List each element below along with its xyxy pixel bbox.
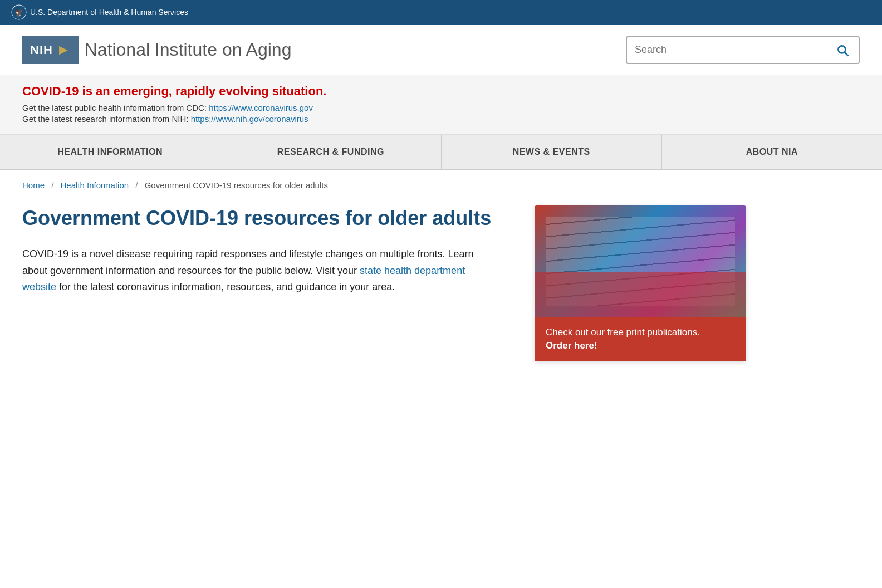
government-topbar: 🦅 U.S. Department of Health & Human Serv… (0, 0, 882, 24)
logo-area: NIH ► National Institute on Aging (22, 36, 291, 64)
sidebar-promo: Check out our free print publications. O… (535, 205, 746, 361)
hhs-logo: 🦅 U.S. Department of Health & Human Serv… (11, 4, 188, 20)
nih-link[interactable]: https://www.nih.gov/coronavirus (191, 114, 308, 124)
breadcrumb-current: Government COVID-19 resources for older … (145, 180, 328, 190)
breadcrumb-sep-2: / (135, 180, 138, 190)
hhs-agency-name: U.S. Department of Health & Human Servic… (30, 8, 188, 17)
covid-alert-title: COVID-19 is an emerging, rapidly evolvin… (22, 84, 860, 99)
search-button[interactable] (826, 37, 859, 63)
nih-prefix: Get the latest research information from… (22, 114, 188, 124)
breadcrumb-home[interactable]: Home (22, 180, 45, 190)
cdc-info-line: Get the latest public health information… (22, 103, 860, 112)
nav-health-information[interactable]: HEALTH INFORMATION (0, 135, 220, 169)
svg-text:🦅: 🦅 (14, 8, 24, 17)
site-title: National Institute on Aging (85, 40, 292, 60)
promo-caption: Check out our free print publications. O… (535, 317, 746, 361)
nih-info-line: Get the latest research information from… (22, 114, 860, 124)
breadcrumb-sep-1: / (51, 180, 53, 190)
promo-card[interactable]: Check out our free print publications. O… (535, 205, 746, 361)
promo-caption-text: Check out our free print publications. (546, 327, 700, 337)
article-body-end: for the latest coronavirus information, … (56, 281, 395, 292)
main-content: Government COVID-19 resources for older … (0, 200, 882, 384)
breadcrumb: Home / Health Information / Government C… (0, 170, 882, 200)
article-title: Government COVID-19 resources for older … (22, 205, 501, 231)
search-input[interactable] (627, 38, 826, 61)
hhs-eagle-icon: 🦅 (11, 4, 27, 20)
search-box[interactable] (626, 36, 860, 64)
promo-image (535, 205, 746, 317)
nav-research-funding[interactable]: RESEARCH & FUNDING (220, 135, 441, 169)
site-header: NIH ► National Institute on Aging (0, 24, 882, 75)
article: Government COVID-19 resources for older … (22, 205, 501, 296)
covid-alert-banner: COVID-19 is an emerging, rapidly evolvin… (0, 75, 882, 135)
nav-about-nia[interactable]: ABOUT NIA (662, 135, 882, 169)
promo-cta[interactable]: Order here! (546, 340, 597, 351)
cdc-prefix: Get the latest public health information… (22, 103, 207, 112)
cdc-link[interactable]: https://www.coronavirus.gov (209, 103, 313, 112)
nav-news-events[interactable]: NEWS & EVENTS (442, 135, 662, 169)
search-icon (835, 43, 850, 57)
nih-badge: NIH ► (22, 36, 79, 64)
article-body: COVID-19 is a novel disease requiring ra… (22, 246, 501, 296)
nih-abbr: NIH (30, 43, 53, 57)
main-navigation: HEALTH INFORMATION RESEARCH & FUNDING NE… (0, 135, 882, 170)
breadcrumb-health-info[interactable]: Health Information (61, 180, 129, 190)
nih-arrow-icon: ► (56, 41, 71, 58)
